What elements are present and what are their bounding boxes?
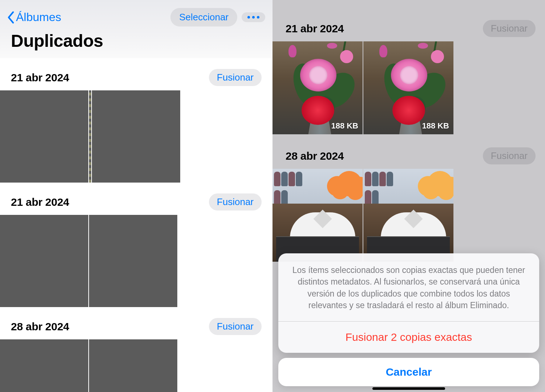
home-indicator[interactable] (372, 387, 445, 390)
group-date: 28 abr 2024 (11, 320, 209, 333)
photo-thumbnail-edge (89, 90, 91, 183)
photo-thumbnail[interactable] (0, 90, 88, 183)
photo-thumbnail[interactable] (0, 215, 88, 307)
merge-button[interactable]: Fusionar (209, 69, 262, 86)
select-button[interactable]: Seleccionar (170, 8, 237, 26)
duplicate-group: 28 abr 2024 Fusionar (272, 134, 545, 262)
photo-thumbnail[interactable] (0, 339, 88, 392)
back-label: Álbumes (16, 11, 61, 24)
merge-exact-copies-button[interactable]: Fusionar 2 copias exactas (278, 322, 539, 353)
duplicate-group: 28 abr 2024 Fusionar (0, 318, 272, 392)
merge-button-disabled: Fusionar (483, 147, 536, 164)
merge-button-disabled: Fusionar (483, 20, 536, 37)
duplicate-group: 21 abr 2024 Fusionar (0, 193, 272, 307)
merge-button[interactable]: Fusionar (209, 318, 262, 335)
merge-button[interactable]: Fusionar (209, 193, 262, 211)
chevron-left-icon (7, 11, 15, 24)
action-sheet-card: Los ítems seleccionados son copias exact… (278, 253, 539, 353)
content[interactable]: 21 abr 2024 Fusionar 21 abr 2024 Fusiona… (0, 58, 272, 392)
right-screenshot: 21 abr 2024 Fusionar 188 KB (272, 0, 545, 392)
group-date: 21 abr 2024 (11, 196, 209, 208)
group-date: 21 abr 2024 (286, 23, 483, 35)
photo-thumbnail[interactable] (363, 169, 453, 262)
cancel-button[interactable]: Cancelar (278, 358, 539, 386)
file-size-badge: 188 KB (331, 121, 358, 131)
redaction-sticker-icon (323, 169, 363, 197)
back-button[interactable]: Álbumes (7, 11, 61, 24)
photo-thumbnail[interactable] (92, 90, 180, 183)
group-date: 28 abr 2024 (286, 150, 483, 162)
photo-thumbnail[interactable]: 188 KB (363, 41, 453, 134)
select-label: Seleccionar (179, 12, 229, 23)
more-button[interactable] (242, 12, 265, 22)
photo-thumbnail[interactable] (89, 215, 177, 307)
photo-thumbnail[interactable]: 188 KB (272, 41, 363, 134)
duplicate-group: 21 abr 2024 Fusionar (0, 69, 272, 183)
left-screenshot: Álbumes Seleccionar Duplicados 21 abr 20… (0, 0, 272, 392)
photo-thumbnail[interactable] (272, 169, 363, 262)
action-sheet-message: Los ítems seleccionados son copias exact… (278, 253, 539, 321)
group-date: 21 abr 2024 (11, 72, 209, 84)
action-sheet: Los ítems seleccionados son copias exact… (278, 253, 539, 386)
file-size-badge: 188 KB (422, 121, 449, 131)
duplicate-group: 21 abr 2024 Fusionar 188 KB (272, 0, 545, 134)
header: Álbumes Seleccionar Duplicados (0, 0, 272, 58)
page-title: Duplicados (0, 27, 272, 51)
photo-thumbnail[interactable] (89, 339, 177, 392)
more-icon (247, 16, 259, 19)
redaction-sticker-icon (414, 169, 453, 197)
